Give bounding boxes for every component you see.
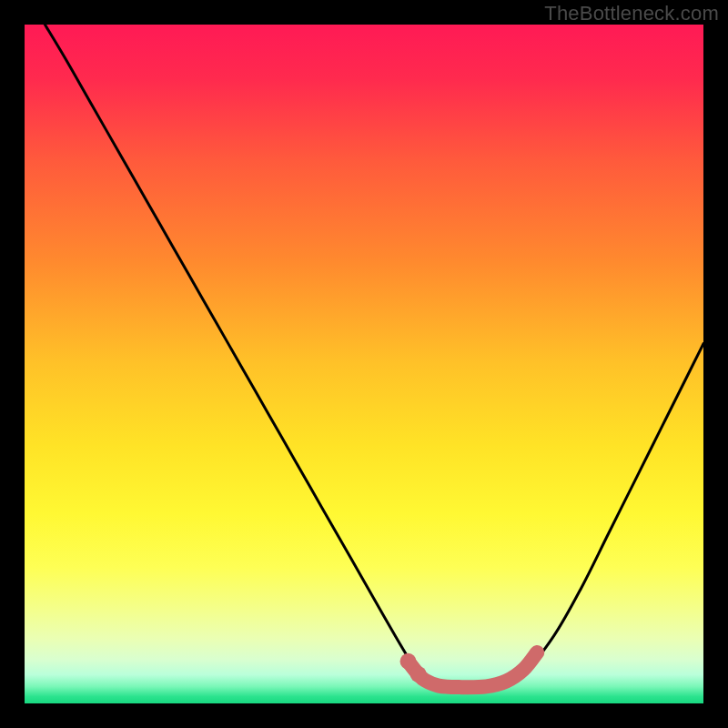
- chart-plot-area: [25, 25, 703, 703]
- highlight-dot: [399, 653, 416, 670]
- app-frame: TheBottleneck.com: [0, 0, 728, 728]
- gradient-background: [25, 25, 703, 703]
- highlight-dot: [410, 666, 427, 682]
- chart-svg: [25, 25, 703, 703]
- watermark-text: TheBottleneck.com: [544, 2, 719, 25]
